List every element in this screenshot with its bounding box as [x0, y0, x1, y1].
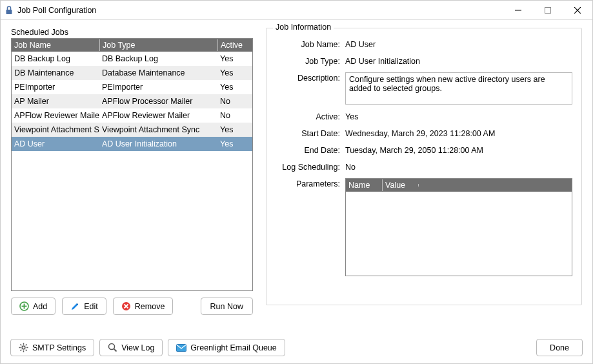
- table-row[interactable]: AP MailerAPFlow Processor MailerNo: [12, 94, 252, 108]
- cell-active: No: [217, 110, 252, 121]
- title-bar: Job Poll Configuration: [1, 1, 592, 20]
- label-parameters: Parameters:: [276, 178, 345, 188]
- value-start-date: Wednesday, March 29, 2023 11:28:00 AM: [345, 128, 572, 138]
- value-log-scheduling: No: [345, 161, 572, 172]
- cell-job-name: Viewpoint Attachment Sync: [12, 124, 99, 136]
- remove-button[interactable]: Remove: [113, 298, 174, 315]
- cell-job-type: APFlow Processor Mailer: [99, 96, 217, 107]
- email-queue-label: Greenlight Email Queue: [190, 343, 276, 352]
- svg-line-19: [21, 350, 22, 351]
- value-end-date: Tuesday, March 29, 2050 11:28:00 AM: [345, 145, 572, 155]
- cell-active: Yes: [217, 138, 252, 150]
- svg-rect-2: [545, 7, 551, 13]
- cell-job-name: APFlow Reviewer Mailer: [12, 110, 99, 121]
- table-row[interactable]: DB MaintenanceDatabase MaintenanceYes: [12, 66, 252, 80]
- smtp-settings-button[interactable]: SMTP Settings: [10, 339, 94, 356]
- svg-line-18: [26, 345, 27, 346]
- view-log-button[interactable]: View Log: [99, 339, 163, 356]
- label-active: Active:: [276, 111, 345, 121]
- value-job-type: AD User Initialization: [345, 56, 572, 66]
- label-description: Description:: [276, 72, 345, 83]
- cell-active: No: [217, 96, 252, 107]
- svg-line-17: [26, 350, 27, 351]
- edit-button[interactable]: Edit: [62, 298, 106, 315]
- envelope-icon: [176, 344, 186, 352]
- pencil-icon: [70, 301, 80, 311]
- add-button[interactable]: Add: [11, 298, 55, 315]
- cell-active: Yes: [217, 81, 252, 93]
- view-log-label: View Log: [121, 343, 154, 352]
- cell-job-type: Viewpoint Attachment Sync: [99, 124, 217, 136]
- svg-rect-0: [6, 10, 12, 14]
- param-col-blank: [418, 184, 572, 187]
- maximize-button[interactable]: [533, 1, 563, 19]
- label-start-date: Start Date:: [276, 128, 345, 138]
- cell-job-type: APFlow Reviewer Mailer: [99, 110, 217, 121]
- value-job-name: AD User: [345, 39, 572, 49]
- label-end-date: End Date:: [276, 145, 345, 155]
- col-job-type[interactable]: Job Type: [99, 39, 217, 51]
- col-active[interactable]: Active: [217, 39, 252, 51]
- svg-line-21: [114, 349, 117, 352]
- cell-job-type: PEImporter: [99, 81, 217, 93]
- label-log-scheduling: Log Scheduling:: [276, 161, 345, 172]
- jobs-table[interactable]: Job Name Job Type Active DB Backup LogDB…: [11, 38, 253, 291]
- cell-active: Yes: [217, 53, 252, 65]
- lock-icon: [5, 5, 14, 15]
- minimize-button[interactable]: [503, 1, 533, 19]
- value-active: Yes: [345, 111, 572, 121]
- cell-job-name: DB Maintenance: [12, 67, 99, 79]
- cell-active: Yes: [217, 124, 252, 136]
- smtp-settings-label: SMTP Settings: [32, 343, 86, 352]
- table-row[interactable]: AD UserAD User InitializationYes: [12, 137, 252, 151]
- email-queue-button[interactable]: Greenlight Email Queue: [168, 339, 285, 356]
- close-button[interactable]: [563, 1, 592, 19]
- add-button-label: Add: [33, 302, 47, 311]
- scheduled-jobs-label: Scheduled Jobs: [11, 28, 253, 37]
- label-job-name: Job Name:: [276, 39, 345, 49]
- col-job-name[interactable]: Job Name: [12, 39, 99, 51]
- gear-icon: [19, 343, 28, 352]
- run-now-button-label: Run Now: [210, 302, 243, 311]
- table-row[interactable]: APFlow Reviewer MailerAPFlow Reviewer Ma…: [12, 108, 252, 123]
- svg-point-20: [109, 344, 115, 350]
- param-col-name[interactable]: Name: [346, 179, 382, 191]
- done-button-label: Done: [550, 343, 569, 352]
- remove-button-label: Remove: [135, 302, 165, 311]
- run-now-button[interactable]: Run Now: [201, 298, 253, 315]
- cell-job-name: PEImporter: [12, 81, 99, 93]
- table-row[interactable]: PEImporterPEImporterYes: [12, 80, 252, 94]
- table-row[interactable]: DB Backup LogDB Backup LogYes: [12, 52, 252, 66]
- plus-icon: [19, 301, 29, 311]
- job-information-title: Job Information: [273, 23, 334, 32]
- svg-point-11: [22, 346, 25, 349]
- cell-job-name: AP Mailer: [12, 96, 99, 107]
- cell-job-name: AD User: [12, 138, 99, 150]
- window-title: Job Poll Configuration: [17, 6, 96, 15]
- param-col-value[interactable]: Value: [382, 179, 418, 191]
- bottom-bar: SMTP Settings View Log Greenlight Email …: [0, 332, 593, 364]
- description-textbox[interactable]: Configure settings when new active direc…: [345, 72, 572, 105]
- label-job-type: Job Type:: [276, 56, 345, 66]
- svg-line-16: [21, 345, 22, 346]
- remove-icon: [121, 301, 131, 311]
- cell-job-name: DB Backup Log: [12, 53, 99, 65]
- job-information-group: Job Information Job Name: AD User Job Ty…: [266, 28, 582, 305]
- cell-job-type: AD User Initialization: [99, 138, 217, 150]
- cell-job-type: Database Maintenance: [99, 67, 217, 79]
- edit-button-label: Edit: [84, 302, 98, 311]
- cell-job-type: DB Backup Log: [99, 53, 217, 65]
- magnifier-icon: [108, 343, 117, 352]
- cell-active: Yes: [217, 67, 252, 79]
- done-button[interactable]: Done: [536, 339, 583, 356]
- parameters-table[interactable]: Name Value: [345, 178, 572, 276]
- table-row[interactable]: Viewpoint Attachment SyncViewpoint Attac…: [12, 123, 252, 137]
